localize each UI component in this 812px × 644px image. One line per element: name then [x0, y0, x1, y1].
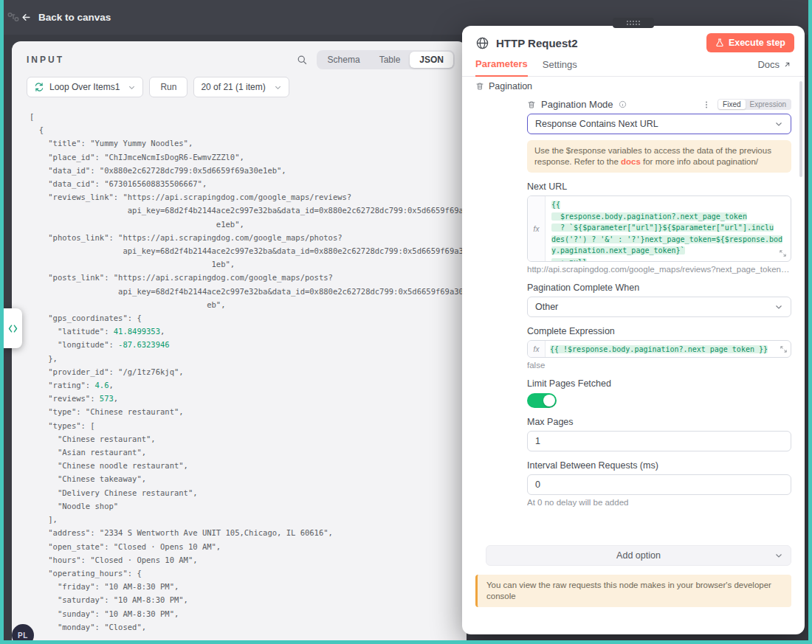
items-range-value: 20 of 21 (1 item) — [201, 82, 265, 92]
toggle-expression[interactable]: Expression — [746, 100, 791, 109]
input-panel-controls: Loop Over Items1 Run 20 of 21 (1 item) — [12, 69, 467, 97]
pagination-mode-value: Response Contains Next URL — [535, 119, 658, 129]
node-header: HTTP Request2 Execute step — [462, 26, 805, 52]
tab-parameters[interactable]: Parameters — [475, 58, 528, 77]
loop-node-icon — [34, 82, 44, 92]
execute-step-label: Execute step — [729, 38, 785, 48]
pagination-section-label: Pagination — [489, 81, 532, 91]
node-tabs: Parameters Settings Docs — [462, 58, 805, 77]
max-pages-label: Max Pages — [527, 417, 791, 427]
expand-arrows-icon — [7, 323, 18, 334]
panel-drag-handle[interactable] — [613, 18, 654, 28]
pagination-notice: Use the $response variables to access th… — [527, 140, 791, 173]
interval-input[interactable] — [527, 474, 791, 495]
search-icon[interactable] — [297, 55, 308, 66]
globe-icon — [475, 36, 489, 50]
app-logo-icon — [7, 10, 20, 24]
tab-json[interactable]: JSON — [410, 52, 453, 68]
pagination-complete-select[interactable]: Other — [527, 297, 791, 317]
open-expression-editor-icon[interactable] — [777, 248, 788, 259]
frame-edge-right — [808, 0, 812, 644]
pagination-complete-label: Pagination Complete When — [527, 283, 791, 293]
complete-expression-value: {{ !$response.body.pagination?.next_page… — [550, 345, 768, 353]
node-parameters-body: Pagination Pagination Mode — [462, 77, 805, 634]
max-pages-input[interactable] — [527, 431, 791, 451]
input-source-select[interactable]: Loop Over Items1 — [27, 77, 143, 97]
flask-icon — [715, 38, 724, 47]
input-panel: INPUT Schema Table JSON Loop Over Items1 — [12, 41, 467, 644]
trash-icon[interactable] — [527, 100, 536, 109]
complete-expression-input[interactable]: fx {{ !$response.body.pagination?.next_p… — [527, 340, 791, 358]
complete-expression-label: Complete Expression — [527, 326, 791, 336]
toggle-knob — [543, 395, 555, 406]
collapsed-panel-tab[interactable] — [4, 308, 22, 348]
kebab-menu-icon[interactable] — [702, 100, 711, 109]
pagination-mode-select[interactable]: Response Contains Next URL — [527, 114, 791, 134]
fx-badge: fx — [528, 196, 546, 261]
frame-edge-left — [0, 0, 4, 644]
back-arrow-icon[interactable] — [21, 12, 32, 23]
chevron-down-icon — [274, 83, 282, 91]
pagination-mode-row: Pagination Mode Fixed Expression — [527, 99, 791, 110]
tab-settings[interactable]: Settings — [543, 59, 577, 76]
pagination-fields: Pagination Mode Fixed Expression — [527, 99, 791, 507]
toggle-fixed[interactable]: Fixed — [718, 100, 745, 109]
tab-table[interactable]: Table — [370, 52, 410, 68]
interval-label: Interval Between Requests (ms) — [527, 460, 791, 471]
back-to-canvas-link[interactable]: Back to canvas — [38, 12, 111, 23]
add-option-label: Add option — [616, 550, 661, 561]
chevron-down-icon — [774, 302, 783, 311]
interval-hint: At 0 no delay will be added — [527, 498, 791, 507]
next-url-expression-editor[interactable]: fx {{ $response.body.pagination?.next_pa… — [527, 195, 791, 262]
next-url-label: Next URL — [527, 181, 791, 192]
limit-pages-toggle[interactable] — [527, 393, 557, 408]
chevron-down-icon — [774, 551, 783, 560]
pagination-section-header: Pagination — [475, 81, 791, 91]
node-settings-panel: HTTP Request2 Execute step Parameters Se… — [462, 26, 805, 634]
frame-edge-bottom — [0, 640, 812, 644]
next-url-expression-code[interactable]: {{ $response.body.pagination?.next_page_… — [546, 196, 788, 261]
open-expression-editor-icon[interactable] — [780, 345, 788, 353]
docs-label: Docs — [757, 59, 780, 70]
node-title: HTTP Request2 — [496, 37, 578, 49]
add-option-button[interactable]: Add option — [486, 545, 791, 566]
notice-text-after: for more info about pagination/ — [641, 157, 758, 166]
tab-schema[interactable]: Schema — [318, 52, 370, 68]
docs-inline-link[interactable]: docs — [621, 157, 641, 166]
pagination-complete-value: Other — [535, 302, 558, 312]
complete-expression-hint: false — [527, 361, 791, 370]
complete-expression-code[interactable]: {{ !$response.body.pagination?.next_page… — [546, 345, 780, 353]
docs-link[interactable]: Docs — [757, 59, 791, 76]
json-output-view: [ { "title": "Yummy Yummy Noodles", "pla… — [12, 97, 467, 644]
next-url-hint: http://api.scrapingdog.com/google_maps/r… — [527, 265, 791, 274]
fixed-expression-toggle: Fixed Expression — [718, 99, 791, 110]
drag-dots-icon — [626, 20, 641, 26]
raw-requests-callout: You can view the raw requests this node … — [475, 575, 791, 607]
chevron-down-icon — [774, 120, 783, 128]
chevron-down-icon — [128, 83, 136, 91]
app-stage: Back to canvas INPUT Schema Table JSON L… — [0, 0, 812, 644]
external-link-icon — [783, 60, 791, 69]
trash-icon[interactable] — [475, 82, 484, 91]
input-source-value: Loop Over Items1 — [49, 82, 120, 92]
execute-step-button[interactable]: Execute step — [706, 33, 794, 52]
info-icon[interactable] — [619, 100, 627, 108]
pagination-mode-label: Pagination Mode — [541, 99, 613, 110]
limit-pages-label: Limit Pages Fetched — [527, 378, 791, 389]
scrollbar[interactable] — [799, 81, 802, 177]
input-panel-title: INPUT — [27, 55, 64, 65]
view-mode-tabs: Schema Table JSON — [317, 50, 455, 69]
fx-badge: fx — [528, 341, 546, 357]
run-button[interactable]: Run — [149, 77, 187, 97]
input-panel-header: INPUT Schema Table JSON — [12, 41, 467, 69]
items-range-select[interactable]: 20 of 21 (1 item) — [193, 77, 289, 97]
